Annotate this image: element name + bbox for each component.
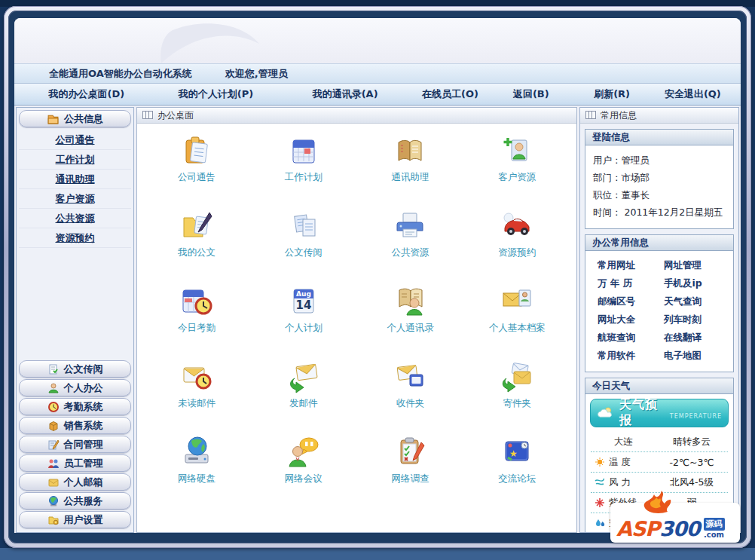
desktop-icon-car[interactable]: 资源预约 [463,208,570,283]
office-link-8[interactable]: 航班查询 [598,329,664,346]
asp300-text: ASP 300 源码 .com [616,518,725,539]
desktop-icon-meeting[interactable]: 网络会议 [250,434,357,510]
weather-row-label: 大连 [591,436,656,448]
desktop-icon-forum[interactable]: ★交流论坛 [463,434,570,510]
grid-icon [142,110,153,121]
desktop-icon-sendmail[interactable]: 发邮件 [250,359,357,434]
desktop-icon-inbox[interactable]: 收件夹 [357,359,464,434]
office-link-9[interactable]: 在线翻译 [664,329,730,346]
office-link-5[interactable]: 天气查询 [664,293,730,310]
desktop-icon-customer[interactable]: 客户资源 [463,133,570,208]
office-link-0[interactable]: 常用网址 [598,257,664,274]
nav-item-2[interactable]: 我的通讯录(A) [280,87,410,101]
desktop-icon-book[interactable]: 通讯助理 [357,133,464,208]
app-page: 全能通用OA智能办公自动化系统 欢迎您,管理员 我的办公桌面(D)我的个人计划(… [14,18,741,533]
weather-row-value: 北风4-5级 [656,476,728,489]
weather-banner-subtitle: TEMPERATURE [670,413,722,420]
nav-item-5[interactable]: 刷新(R) [571,87,652,101]
right-panel-title: 常用信息 [601,109,637,122]
sidebar-link-3[interactable]: 客户资源 [19,189,131,209]
desktop-icon-unread[interactable]: 未读邮件 [143,359,250,434]
desktop-icon-label: 公司通告 [178,171,215,184]
main-panel-header: 办公桌面 [137,108,576,124]
right-panel-header: 常用信息 [580,108,738,124]
sidebar-section-contract[interactable]: 合同管理 [19,436,131,453]
settings-icon [47,514,60,526]
office-link-6[interactable]: 网址大全 [598,311,664,328]
sidebar-section-box[interactable]: 销售系统 [19,417,131,434]
sidebar-section-page[interactable]: 公文传阅 [19,360,131,378]
sidebar-spacer [19,248,131,360]
office-link-10[interactable]: 常用软件 [598,347,664,364]
weather-row-label: 风 力 [591,476,656,489]
desktop-icon-label: 收件夹 [396,397,425,410]
desktop-icon-label: 个人计划 [285,322,322,335]
menu-bar: 全能通用OA智能办公自动化系统 欢迎您,管理员 [14,63,741,84]
desktop-icon-attend[interactable]: 今日考勤 [143,283,250,359]
nav-item-0[interactable]: 我的办公桌面(D) [22,87,151,101]
sidebar-section-person[interactable]: 个人办公 [19,379,131,396]
office-links-grid: 常用网址网址管理万 年 历手机及ip邮编区号天气查询网址大全列车时刻航班查询在线… [585,251,733,372]
desktop-icon-docs[interactable]: 公文传阅 [250,208,357,283]
welcome-text: 欢迎您,管理员 [225,67,288,81]
desktop-icon-label: 公共资源 [391,246,429,259]
desktop-icon-calendar[interactable]: 工作计划 [250,133,357,208]
sidebar-link-5[interactable]: 资源预约 [19,228,131,248]
sidebar-section-clock[interactable]: 考勤系统 [19,398,131,415]
contacts-icon [392,283,428,320]
docs-icon [286,208,322,244]
desktop-icon-contacts[interactable]: 个人通讯录 [357,283,464,359]
sidebar-link-0[interactable]: 公司通告 [19,130,131,150]
plan-icon: Aug14 [286,283,322,320]
desktop-icon-survey[interactable]: 网络调查 [357,434,464,510]
desktop-icon-notice[interactable]: 公司通告 [143,133,250,208]
office-link-4[interactable]: 邮编区号 [598,293,664,310]
sidebar-sections: 公文传阅个人办公考勤系统销售系统合同管理员工管理个人邮箱公共服务用户设置 [19,360,131,530]
desktop-icon-label: 网络调查 [391,473,429,485]
sidebar-links: 公司通告工作计划通讯助理客户资源公共资源资源预约 [19,130,131,248]
office-link-3[interactable]: 手机及ip [664,275,730,292]
sidebar-section-staff[interactable]: 员工管理 [19,454,131,472]
calendar-icon [286,133,322,169]
desktop-icon-printer[interactable]: 公共资源 [357,208,464,283]
desktop-icon-netdisk[interactable]: 网络硬盘 [143,434,250,510]
desktop-icon-plan[interactable]: Aug14个人计划 [250,283,357,359]
box-icon [47,420,60,432]
sidebar-link-1[interactable]: 工作计划 [19,150,131,170]
nav-item-1[interactable]: 我的个人计划(P) [151,87,281,101]
logo-badge: 源码 [704,518,725,531]
weather-row-label: 温 度 [591,456,656,469]
nav-item-3[interactable]: 在线员工(O) [410,87,491,101]
sidebar-link-2[interactable]: 通讯助理 [19,170,131,189]
login-info-row: 用户：管理员 [593,151,726,169]
login-info-box: 登陆信息 用户：管理员部门：市场部职位：董事长时间： 2011年12月2日星期五 [585,129,734,229]
sidebar-section-label: 个人办公 [64,381,103,395]
desktop-icon-label: 个人基本档案 [489,322,546,335]
desktop-icon-label: 工作计划 [285,171,322,184]
office-link-7[interactable]: 列车时刻 [664,311,730,328]
desktop-icon-mydoc[interactable]: 我的公文 [143,208,250,283]
office-link-1[interactable]: 网址管理 [664,257,730,274]
desktop-icon-archive[interactable]: 个人基本档案 [463,283,570,359]
weather-row-value: 晴转多云 [656,436,728,448]
sidebar-section-label: 考勤系统 [64,400,103,414]
desktop-icon-grid: 公司通告工作计划通讯助理客户资源我的公文公文传阅公共资源资源预约今日考勤Aug1… [137,124,576,532]
sidebar-section-public-info[interactable]: 公共信息 [19,110,131,127]
app-title: 全能通用OA智能办公自动化系统 [49,67,192,81]
sidebar-section-mail[interactable]: 个人邮箱 [19,473,131,491]
sidebar-link-4[interactable]: 公共资源 [19,209,131,228]
office-link-2[interactable]: 万 年 历 [598,275,664,292]
desktop-icon-label: 个人通讯录 [387,322,434,335]
banner-swoosh-decoration [14,18,736,63]
nav-item-6[interactable]: 安全退出(Q) [653,87,733,101]
sidebar-section-settings[interactable]: 用户设置 [19,511,131,528]
window-frame: 全能通用OA智能办公自动化系统 欢迎您,管理员 我的办公桌面(D)我的个人计划(… [4,6,751,548]
sidebar-section-globe[interactable]: 公共服务 [19,492,131,510]
header-banner [14,18,741,63]
window-inner: 全能通用OA智能办公自动化系统 欢迎您,管理员 我的办公桌面(D)我的个人计划(… [8,11,747,543]
office-link-11[interactable]: 电子地图 [664,347,730,364]
nav-item-4[interactable]: 返回(B) [491,87,571,101]
login-info-row: 部门：市场部 [593,169,726,186]
wind-icon [595,477,605,488]
desktop-icon-outbox[interactable]: 寄件夹 [463,359,570,434]
